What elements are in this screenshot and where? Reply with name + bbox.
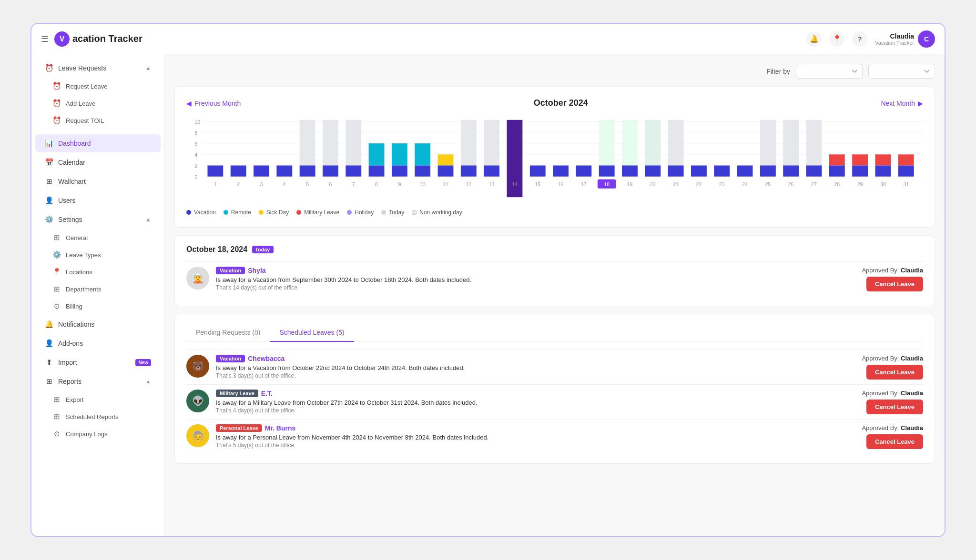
sidebar-item-reports[interactable]: ⊞ Reports ▲	[35, 372, 161, 390]
sidebar-item-add-leave[interactable]: ⏰ Add Leave	[45, 95, 161, 111]
shyla-days: That's 14 day(s) out of the office.	[216, 284, 855, 291]
user-menu[interactable]: Claudia Vacation Tracker C	[875, 30, 935, 48]
dashboard-label: Dashboard	[58, 140, 151, 147]
svg-rect-76	[760, 165, 776, 176]
svg-rect-38	[438, 154, 454, 165]
sidebar-item-calendar[interactable]: 📅 Calendar	[35, 153, 161, 171]
wallchart-icon: ⊞	[45, 177, 53, 186]
sidebar-item-leave-requests[interactable]: ⏰ Leave Requests ▲	[35, 59, 161, 77]
sidebar-item-addons[interactable]: 👤 Add-ons	[35, 334, 161, 352]
svg-text:28: 28	[834, 181, 840, 187]
legend-remote: Remote	[224, 209, 251, 216]
mrburns-person: Mr. Burns	[265, 424, 296, 432]
chewbacca-cancel-button[interactable]: Cancel Leave	[866, 365, 923, 380]
svg-text:18: 18	[604, 181, 610, 187]
svg-text:20: 20	[650, 181, 656, 187]
svg-rect-14	[231, 165, 246, 176]
et-person: E.T.	[261, 390, 273, 397]
svg-rect-49	[530, 165, 546, 176]
sick-dot	[259, 210, 264, 215]
mrburns-cancel-button[interactable]: Cancel Leave	[866, 434, 923, 449]
leave-entry-shyla: 🧝 Vacation Shyla Is away for a Vacation …	[186, 261, 923, 296]
logo-icon: V	[54, 31, 70, 47]
remote-dot	[224, 210, 228, 215]
sidebar-item-departments[interactable]: ⊞ Departments	[45, 281, 161, 297]
sidebar-item-settings[interactable]: ⚙️ Settings ▲	[35, 210, 161, 229]
sidebar-item-wallchart[interactable]: ⊞ Wallchart	[35, 172, 161, 190]
svg-rect-71	[714, 165, 730, 176]
sidebar-item-users[interactable]: 👤 Users	[35, 191, 161, 210]
help-icon[interactable]: ?	[852, 31, 867, 47]
export-icon: ⊞	[52, 395, 61, 404]
svg-rect-84	[829, 154, 845, 165]
military-dot	[296, 210, 301, 215]
reports-icon: ⊞	[45, 377, 53, 386]
et-tags: Military Leave E.T.	[216, 390, 855, 397]
tab-pending[interactable]: Pending Requests (0)	[186, 324, 270, 342]
chart-card: ◀ Previous Month October 2024 Next Month…	[174, 86, 935, 228]
sidebar-item-export[interactable]: ⊞ Export	[45, 391, 161, 408]
sidebar-item-scheduled-reports[interactable]: ⊞ Scheduled Reports	[45, 409, 161, 425]
svg-rect-64	[645, 165, 661, 176]
company-logs-icon: ⊙	[52, 430, 61, 438]
svg-text:13: 13	[489, 181, 495, 187]
chewbacca-vacation-tag: Vacation	[216, 355, 245, 362]
bell-icon[interactable]: 🔔	[806, 31, 822, 47]
sidebar-item-billing[interactable]: ⊙ Billing	[45, 298, 161, 314]
request-toil-label: Request TOIL	[66, 117, 153, 124]
svg-text:10: 10	[420, 181, 426, 187]
sidebar-item-dashboard[interactable]: 📊 Dashboard	[35, 134, 161, 152]
holiday-dot	[347, 210, 352, 215]
hamburger-icon[interactable]: ☰	[41, 34, 49, 44]
locations-label: Locations	[66, 269, 153, 276]
svg-text:12: 12	[466, 181, 471, 187]
request-leave-icon: ⏰	[52, 82, 61, 90]
tab-scheduled[interactable]: Scheduled Leaves (5)	[270, 324, 354, 342]
prev-month-button[interactable]: ◀ Previous Month	[186, 100, 241, 107]
sidebar-item-leave-types[interactable]: ⚙️ Leave Types	[45, 247, 161, 263]
svg-rect-51	[553, 165, 569, 176]
holiday-label: Holiday	[355, 209, 374, 216]
sidebar-item-company-logs[interactable]: ⊙ Company Logs	[45, 426, 161, 442]
et-cancel-button[interactable]: Cancel Leave	[866, 400, 923, 414]
chewbacca-right: Approved By: Claudia Cancel Leave	[862, 355, 923, 380]
chewbacca-approved: Approved By: Claudia	[862, 355, 923, 362]
svg-text:8: 8	[194, 130, 197, 136]
svg-rect-29	[369, 143, 385, 165]
scheduled-reports-label: Scheduled Reports	[66, 413, 153, 420]
svg-rect-12	[207, 165, 223, 176]
legend-military: Military Leave	[296, 209, 339, 216]
location-icon[interactable]: 📍	[829, 31, 844, 47]
filter-select-1[interactable]	[796, 64, 863, 79]
users-label: Users	[58, 197, 151, 204]
sidebar-item-notifications[interactable]: 🔔 Notifications	[35, 315, 161, 333]
filter-select-2[interactable]	[868, 64, 935, 79]
svg-text:5: 5	[306, 181, 309, 187]
locations-icon: 📍	[52, 268, 61, 276]
sidebar-item-locations[interactable]: 📍 Locations	[45, 264, 161, 280]
svg-text:3: 3	[260, 181, 263, 187]
company-logs-label: Company Logs	[66, 430, 153, 438]
remote-label: Remote	[231, 209, 251, 216]
shyla-cancel-button[interactable]: Cancel Leave	[866, 277, 923, 291]
next-month-button[interactable]: Next Month ▶	[881, 100, 923, 107]
billing-icon: ⊙	[52, 302, 61, 310]
svg-rect-90	[875, 154, 891, 165]
sidebar-item-request-leave[interactable]: ⏰ Request Leave	[45, 78, 161, 94]
today-badge: today	[252, 246, 274, 253]
svg-rect-36	[415, 165, 430, 176]
departments-label: Departments	[66, 286, 153, 293]
chewbacca-days: That's 3 day(s) out of the office.	[216, 372, 855, 379]
svg-rect-87	[852, 154, 868, 165]
svg-rect-85	[829, 165, 845, 176]
svg-text:31: 31	[903, 181, 909, 187]
svg-text:24: 24	[742, 181, 748, 187]
sidebar-item-import[interactable]: ⬆ Import New	[35, 353, 161, 371]
sidebar-item-request-toil[interactable]: ⏰ Request TOIL	[45, 112, 161, 129]
svg-text:23: 23	[719, 181, 725, 187]
shyla-right: Approved By: Claudia Cancel Leave	[862, 267, 923, 291]
svg-rect-56	[599, 165, 615, 176]
sidebar-item-general[interactable]: ⊞ General	[45, 230, 161, 246]
sick-label: Sick Day	[266, 209, 289, 216]
svg-rect-27	[346, 165, 361, 176]
